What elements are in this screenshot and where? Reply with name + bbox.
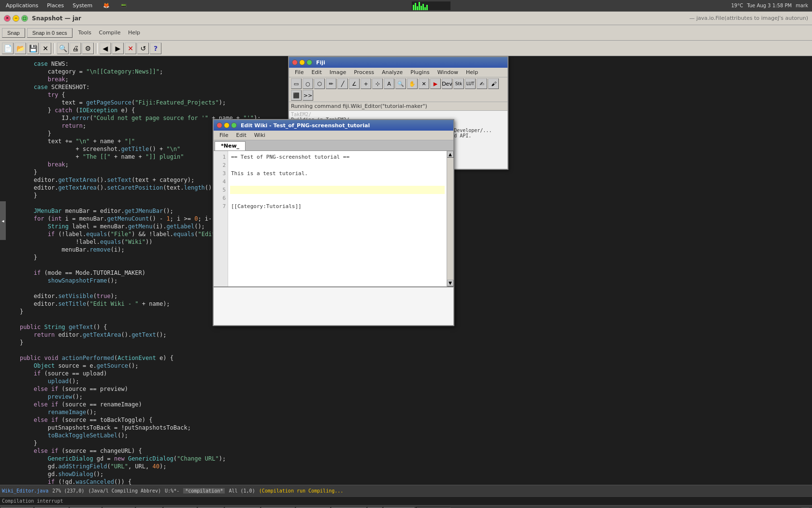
- fiji-menubar: File Edit Image Process Analyze Plugins …: [289, 68, 508, 77]
- fiji-menu-plugins[interactable]: Plugins: [406, 68, 433, 76]
- fiji-status-text: Running command fiji.Wiki_Editor("tutori…: [291, 103, 427, 109]
- minimize-button[interactable]: −: [13, 15, 19, 22]
- temp-display: 19°C: [731, 3, 743, 8]
- wiki-line-4: [230, 178, 445, 186]
- fiji-icon-rect[interactable]: ▭: [291, 78, 302, 89]
- wiki-tabs: *New_: [214, 140, 453, 151]
- status-info: All (1,0): [229, 488, 255, 493]
- scroll-up-arrow[interactable]: ▲: [447, 151, 454, 158]
- fiji-maximize-button[interactable]: [306, 60, 312, 65]
- separator-2: [96, 43, 98, 54]
- wiki-maximize-button[interactable]: [231, 122, 237, 128]
- window-controls: ✕ − □: [4, 15, 28, 22]
- fiji-menu-window[interactable]: Window: [434, 68, 462, 76]
- fiji-title: Fiji: [316, 60, 325, 66]
- fiji-icon-stk[interactable]: Stk: [453, 78, 464, 89]
- wiki-line-3: This is a test tutorial.: [230, 169, 445, 178]
- snap-in-button[interactable]: Snap in 0 secs: [27, 28, 72, 38]
- fiji-icon-pen[interactable]: ✍: [477, 78, 487, 89]
- stop-icon[interactable]: ✕: [125, 43, 136, 54]
- fiji-icon-del[interactable]: ✕: [419, 78, 429, 89]
- fiji-status: Running command fiji.Wiki_Editor("tutori…: [289, 102, 508, 111]
- fiji-menu-file[interactable]: File: [291, 68, 307, 76]
- fiji-menu-image[interactable]: Image: [326, 68, 350, 76]
- wiki-menu-edit[interactable]: Edit: [232, 131, 250, 139]
- system-menu[interactable]: System: [69, 1, 96, 10]
- fiji-titlebar: Fiji: [289, 57, 508, 68]
- status-bar: Wiki_Editor.java 27% (237,0) (Java/l Com…: [0, 485, 812, 496]
- fiji-icon-point[interactable]: +: [361, 78, 371, 89]
- wiki-preview: [214, 286, 453, 325]
- fiji-icon-fill[interactable]: ⬛: [291, 90, 302, 101]
- fiji-close-button[interactable]: [292, 60, 298, 65]
- save-icon[interactable]: 💾: [27, 43, 39, 54]
- wiki-line-1: == Test of PNG-screenshot tutorial ==: [230, 153, 445, 161]
- status-indicator: U:%*-: [165, 488, 179, 493]
- side-collapse[interactable]: ◂: [0, 201, 6, 240]
- help-icon[interactable]: ?: [150, 43, 161, 54]
- new-icon[interactable]: 📄: [2, 43, 14, 54]
- wiki-title: Edit Wiki - Test_of_PNG-screenshot_tutor…: [241, 122, 370, 129]
- fiji-icon-pan[interactable]: ✋: [407, 78, 418, 89]
- fiji-minimize-button[interactable]: [299, 60, 305, 65]
- fiji-icon-angle[interactable]: ∠: [349, 78, 360, 89]
- forward-icon[interactable]: ▶: [112, 43, 124, 54]
- status-mode: (Java/l Compiling Abbrev): [88, 488, 161, 493]
- wiki-menu-file[interactable]: File: [216, 131, 232, 139]
- fiji-menu-help[interactable]: Help: [462, 68, 482, 76]
- wiki-line-2: [230, 161, 445, 169]
- app-subtitle: — java.io.File(attributes to imageJ's au…: [689, 15, 808, 21]
- snap-toolbar: Snap Snap in 0 secs Tools Compile Help: [0, 25, 812, 41]
- fiji-icon-poly[interactable]: ⬡: [314, 78, 325, 89]
- maximize-button[interactable]: □: [21, 15, 28, 22]
- fiji-menu-edit[interactable]: Edit: [307, 68, 325, 76]
- wiki-titlebar: Edit Wiki - Test_of_PNG-screenshot_tutor…: [214, 120, 453, 131]
- wiki-scrollbar[interactable]: ▲ ▼: [447, 151, 453, 286]
- fiji-icon-brush[interactable]: 🖌: [488, 78, 499, 89]
- fiji-icon-arrow[interactable]: >>: [303, 90, 313, 101]
- wiki-line-7: [[Category:Tutorials]]: [230, 202, 445, 210]
- fiji-icon-free[interactable]: ✏: [326, 78, 336, 89]
- fiji-icon-zoom[interactable]: 🔍: [395, 78, 406, 89]
- main-area: case NEWS: category = "\n[[Category:News…: [0, 56, 812, 485]
- tools-menu[interactable]: Tools: [78, 30, 91, 36]
- wiki-minimize-button[interactable]: [224, 122, 230, 128]
- close-button[interactable]: ✕: [4, 15, 11, 22]
- user-display: mark: [796, 3, 808, 8]
- open-icon[interactable]: 📂: [14, 43, 26, 54]
- wiki-window-controls: [217, 122, 237, 128]
- close-icon[interactable]: ✕: [40, 43, 51, 54]
- app-titlebar: ✕ − □ Snapshot — jar — java.io.File(attr…: [0, 12, 812, 25]
- wiki-editor: 1 2 3 4 5 6 7 == Test of PNG-screenshot …: [214, 151, 453, 286]
- fiji-icon-oval[interactable]: ○: [303, 78, 313, 89]
- wiki-menu-wiki[interactable]: Wiki: [250, 131, 269, 139]
- fiji-icon-dev[interactable]: Dev: [442, 78, 452, 89]
- settings-icon[interactable]: ⚙: [82, 43, 94, 54]
- fiji-icon-lut[interactable]: LUT: [465, 78, 476, 89]
- print-icon[interactable]: 🖨: [70, 43, 81, 54]
- fiji-icon-text[interactable]: A: [384, 78, 394, 89]
- fiji-window-controls: [292, 60, 312, 65]
- applications-menu[interactable]: Applications: [2, 1, 42, 10]
- fiji-menu-analyze[interactable]: Analyze: [378, 68, 406, 76]
- search-icon[interactable]: 🔍: [57, 43, 69, 54]
- app-title: Snapshot — jar: [32, 15, 81, 22]
- fiji-icon-line[interactable]: ╱: [337, 78, 348, 89]
- back-icon[interactable]: ◀: [100, 43, 111, 54]
- snap-button[interactable]: Snap: [2, 28, 25, 38]
- places-menu[interactable]: Places: [43, 1, 68, 10]
- taskbar: [cavalpt... Buddy List GNU Im... Layers,…: [0, 505, 812, 508]
- fiji-icon-run[interactable]: ▶: [430, 78, 441, 89]
- fiji-menu-process[interactable]: Process: [350, 68, 378, 76]
- status-file: Wiki_Editor.java: [2, 488, 48, 493]
- refresh-icon[interactable]: ↺: [137, 43, 149, 54]
- compile-message: Compilation interrupt: [2, 498, 63, 504]
- help-menu[interactable]: Help: [128, 30, 140, 36]
- wiki-line-6: [230, 194, 445, 202]
- fiji-icon-wand[interactable]: ⊹: [372, 78, 383, 89]
- scroll-down-arrow[interactable]: ▼: [447, 280, 454, 286]
- wiki-text-area[interactable]: == Test of PNG-screenshot tutorial == Th…: [228, 151, 447, 286]
- wiki-tab-new[interactable]: *New_: [215, 141, 246, 150]
- compile-menu[interactable]: Compile: [99, 30, 120, 36]
- wiki-close-button[interactable]: [217, 122, 222, 128]
